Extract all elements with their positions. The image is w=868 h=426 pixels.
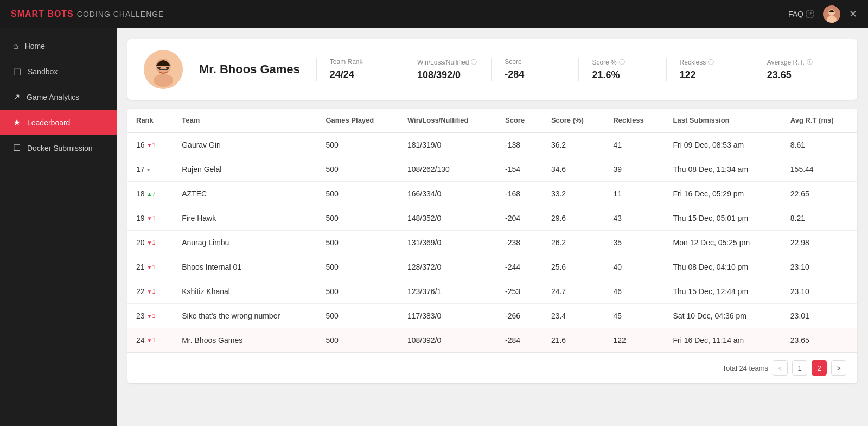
cell-score: -244	[496, 255, 542, 279]
trend-dot-icon: ●	[147, 167, 150, 173]
score-pct-info-icon[interactable]: ⓘ	[619, 58, 625, 66]
sidebar-item-label: Home	[25, 42, 45, 50]
cell-rank: 18 ▲7	[127, 182, 173, 206]
cell-games: 500	[317, 157, 399, 182]
cell-team: Sike that's the wrong number	[173, 304, 317, 328]
cell-games: 500	[317, 206, 399, 231]
sidebar-item-home[interactable]: ⌂ Home	[0, 34, 117, 59]
sidebar-item-analytics[interactable]: ↗ Game Analytics	[0, 84, 117, 110]
table-row: 16 ▼1 Gaurav Giri 500 181/319/0 -138 36.…	[127, 132, 857, 157]
cell-reckless: 11	[604, 182, 664, 206]
cell-avg-rt: 8.21	[782, 206, 857, 231]
cell-wln: 131/369/0	[399, 231, 496, 255]
trend-down-icon: ▼1	[147, 239, 156, 246]
cell-team: Fire Hawk	[173, 206, 317, 231]
reckless-value: 122	[680, 69, 741, 81]
faq-icon: ?	[806, 10, 814, 18]
cell-games: 500	[317, 304, 399, 328]
docker-icon: ☐	[13, 143, 21, 153]
table-row: 22 ▼1 Kshitiz Khanal 500 123/376/1 -253 …	[127, 279, 857, 304]
avg-rt-info-icon[interactable]: ⓘ	[807, 58, 813, 66]
brand-challenge: CODING CHALLENGE	[77, 10, 164, 18]
trend-down-icon: ▼1	[147, 313, 156, 319]
cell-last-sub: Thu 08 Dec, 11:34 am	[665, 157, 782, 182]
cell-reckless: 43	[604, 206, 664, 231]
cell-avg-rt: 8.61	[782, 132, 857, 157]
prev-page-button[interactable]: <	[773, 360, 788, 376]
cell-wln: 117/383/0	[399, 304, 496, 328]
cell-last-sub: Sat 10 Dec, 04:36 pm	[665, 304, 782, 328]
cell-score-pct: 26.2	[542, 231, 605, 255]
stat-score: Score -284	[491, 58, 578, 81]
sidebar-item-label: Leaderboard	[27, 118, 70, 127]
profile-card: Mr. Bhoos Games Team Rank 24/24 Win/Loss…	[127, 39, 857, 100]
cell-team: Anurag Limbu	[173, 231, 317, 255]
cell-score: -253	[496, 279, 542, 304]
cell-rank: 21 ▼1	[127, 255, 173, 279]
team-rank-label: Team Rank	[330, 58, 391, 66]
brand-smart: SMART BOTS	[11, 9, 74, 19]
cell-wln: 181/319/0	[399, 132, 496, 157]
rank-num: 21	[136, 263, 145, 271]
cell-score: -284	[496, 328, 542, 353]
close-button[interactable]: ✕	[849, 8, 857, 20]
trend-down-icon: ▼1	[147, 288, 156, 295]
cell-score: -168	[496, 182, 542, 206]
cell-reckless: 45	[604, 304, 664, 328]
table-row: 18 ▲7 AZTEC 500 166/334/0 -168 33.2 11 F…	[127, 182, 857, 206]
avatar[interactable]	[823, 5, 840, 23]
cell-score-pct: 24.7	[542, 279, 605, 304]
sidebar-item-label: Docker Submission	[27, 144, 93, 152]
page-1-button[interactable]: 1	[792, 360, 807, 376]
col-avg-rt: Avg R.T (ms)	[782, 109, 857, 132]
cell-score: -238	[496, 231, 542, 255]
sidebar: ⌂ Home ◫ Sandbox ↗ Game Analytics ★ Lead…	[0, 28, 117, 426]
sidebar-item-sandbox[interactable]: ◫ Sandbox	[0, 59, 117, 84]
svg-point-5	[154, 74, 173, 87]
cell-team: Rujen Gelal	[173, 157, 317, 182]
cell-team: Gaurav Giri	[173, 132, 317, 157]
cell-wln: 108/262/130	[399, 157, 496, 182]
home-icon: ⌂	[13, 41, 18, 51]
sidebar-item-docker[interactable]: ☐ Docker Submission	[0, 135, 117, 161]
cell-reckless: 40	[604, 255, 664, 279]
wln-info-icon[interactable]: ⓘ	[471, 58, 477, 66]
top-nav: SMART BOTS CODING CHALLENGE FAQ ? ✕	[0, 0, 868, 28]
stat-score-pct: Score % ⓘ 21.6%	[578, 58, 666, 81]
cell-games: 500	[317, 132, 399, 157]
table-row: 23 ▼1 Sike that's the wrong number 500 1…	[127, 304, 857, 328]
cell-score-pct: 34.6	[542, 157, 605, 182]
cell-last-sub: Fri 16 Dec, 11:14 am	[665, 328, 782, 353]
cell-team: Kshitiz Khanal	[173, 279, 317, 304]
cell-avg-rt: 23.10	[782, 255, 857, 279]
sidebar-item-label: Game Analytics	[27, 93, 79, 101]
avg-rt-label: Average R.T. ⓘ	[767, 58, 828, 66]
next-page-button[interactable]: >	[831, 360, 846, 376]
cell-avg-rt: 155.44	[782, 157, 857, 182]
wln-label: Win/Loss/Nullified ⓘ	[417, 58, 478, 66]
rank-num: 18	[136, 189, 145, 198]
sidebar-item-leaderboard[interactable]: ★ Leaderboard	[0, 110, 117, 135]
reckless-info-icon[interactable]: ⓘ	[708, 58, 714, 66]
cell-last-sub: Thu 08 Dec, 04:10 pm	[665, 255, 782, 279]
table-row: 17 ● Rujen Gelal 500 108/262/130 -154 34…	[127, 157, 857, 182]
faq-link[interactable]: FAQ ?	[788, 10, 814, 18]
page-2-button[interactable]: 2	[812, 360, 827, 376]
cell-score-pct: 25.6	[542, 255, 605, 279]
cell-team: Mr. Bhoos Games	[173, 328, 317, 353]
stat-avg-rt: Average R.T. ⓘ 23.65	[754, 58, 841, 81]
cell-last-sub: Mon 12 Dec, 05:25 pm	[665, 231, 782, 255]
score-value: -284	[505, 69, 565, 80]
cell-rank: 16 ▼1	[127, 132, 173, 157]
rank-num: 20	[136, 238, 145, 247]
cell-wln: 108/392/0	[399, 328, 496, 353]
score-pct-label: Score % ⓘ	[592, 58, 653, 66]
cell-wln: 166/334/0	[399, 182, 496, 206]
col-games: Games Played	[317, 109, 399, 132]
rank-num: 17	[136, 165, 145, 174]
trend-up-icon: ▲7	[147, 190, 156, 197]
cell-rank: 19 ▼1	[127, 206, 173, 231]
col-score-pct: Score (%)	[542, 109, 605, 132]
col-wln: Win/Loss/Nullified	[399, 109, 496, 132]
table-row: 19 ▼1 Fire Hawk 500 148/352/0 -204 29.6 …	[127, 206, 857, 231]
